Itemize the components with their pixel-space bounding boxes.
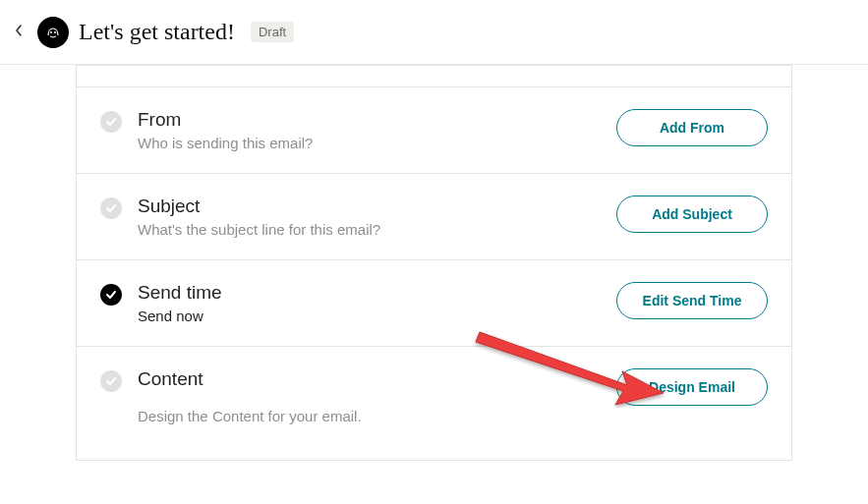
row-subject-sub: What's the subject line for this email? [138,221,380,238]
back-button[interactable] [10,20,28,44]
row-send-time-text: Send time Send now [138,282,222,324]
chevron-left-icon [14,24,24,40]
svg-point-2 [54,31,56,33]
status-incomplete-icon [100,111,122,133]
row-content-text: Content Design the Content for your emai… [138,368,362,424]
status-complete-icon [100,284,122,306]
row-content-sub: Design the Content for your email. [138,408,362,424]
row-from-title: From [138,109,313,131]
row-subject-left: Subject What's the subject line for this… [100,196,597,238]
row-content: Content Design the Content for your emai… [77,347,791,461]
row-send-time-sub: Send now [138,308,222,324]
svg-point-1 [50,31,52,33]
row-from-text: From Who is sending this email? [138,109,313,151]
row-subject-title: Subject [138,196,380,217]
status-incomplete-icon [100,370,122,392]
page-title: Let's get started! [79,19,235,45]
main-content: From Who is sending this email? Add From… [0,65,868,461]
svg-point-0 [41,21,65,44]
row-content-left: Content Design the Content for your emai… [100,368,597,424]
status-badge: Draft [251,22,294,42]
mailchimp-logo-icon [37,17,69,48]
row-subject: Subject What's the subject line for this… [77,174,791,260]
status-incomplete-icon [100,197,122,219]
add-subject-button[interactable]: Add Subject [616,196,768,233]
row-send-time: Send time Send now Edit Send Time [77,260,791,347]
page-header: Let's get started! Draft [0,0,868,65]
setup-panel: From Who is sending this email? Add From… [76,65,792,461]
row-send-time-title: Send time [138,282,222,304]
row-send-time-left: Send time Send now [100,282,597,324]
edit-send-time-button[interactable]: Edit Send Time [616,282,768,319]
row-from-sub: Who is sending this email? [138,135,313,151]
panel-spacer [77,66,791,87]
row-content-title: Content [138,368,362,390]
row-subject-text: Subject What's the subject line for this… [138,196,380,238]
design-email-button[interactable]: Design Email [616,368,768,406]
row-from: From Who is sending this email? Add From [77,87,791,174]
row-from-left: From Who is sending this email? [100,109,597,151]
add-from-button[interactable]: Add From [616,109,768,146]
